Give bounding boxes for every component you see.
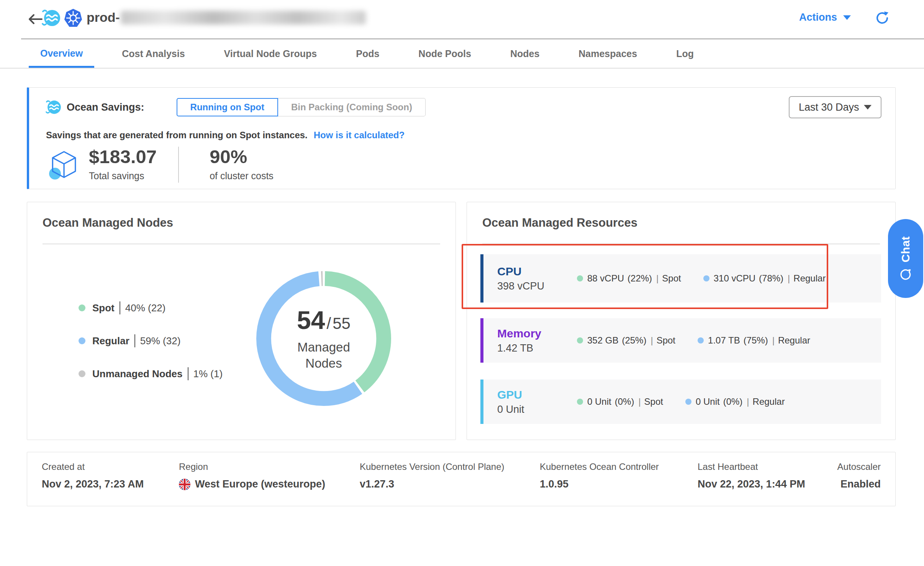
tab-overview[interactable]: Overview: [29, 39, 94, 68]
legend-item-spot: Spot 40% (22): [79, 301, 223, 315]
info-value: v1.27.3: [360, 478, 505, 490]
info-label: Kubernetes Version (Control Plane): [360, 461, 505, 472]
total-savings-value: $183.07: [89, 146, 157, 167]
tab-node-pools[interactable]: Node Pools: [407, 39, 483, 68]
memory-color-bar: [480, 318, 483, 363]
stat-value: 1.07 TB: [708, 335, 740, 346]
legend-item-regular: Regular 59% (32): [79, 334, 223, 348]
cpu-regular-stat: 310 vCPU (78%) | Regular: [703, 273, 826, 284]
cluster-cost-pct-metric: 90% of cluster costs: [210, 146, 274, 182]
stat-pct: (78%): [759, 273, 783, 284]
page-header: prod- Actions: [0, 0, 924, 38]
savings-cube-icon: [47, 150, 80, 183]
how-calculated-link[interactable]: How is it calculated?: [314, 130, 405, 141]
savings-metrics-row: $183.07 Total savings 90% of cluster cos…: [47, 146, 274, 183]
spot-dot: [577, 337, 583, 344]
savings-description-row: Savings that are generated from running …: [46, 130, 405, 141]
savings-section-label: Ocean Savings:: [67, 101, 144, 113]
tabbar-divider: [0, 68, 924, 69]
refresh-icon: [875, 11, 890, 25]
nodes-legend: Spot 40% (22) Regular 59% (32) Unmanaged…: [79, 301, 223, 400]
ocean-managed-nodes-card: Ocean Managed Nodes Spot 40% (22) Regula…: [27, 202, 456, 440]
cluster-cost-pct-label: of cluster costs: [210, 170, 274, 182]
managed-count: 54: [297, 306, 325, 335]
managed-nodes-donut-chart: 54 / 55 Managed Nodes: [256, 271, 391, 406]
gpu-total: 0 Unit: [497, 404, 577, 416]
stat-value: 88 vCPU: [587, 273, 624, 284]
total-count-separator: /: [327, 314, 331, 333]
regular-dot: [703, 275, 709, 281]
tab-nodes[interactable]: Nodes: [499, 39, 551, 68]
cluster-cost-pct-value: 90%: [210, 146, 274, 167]
chevron-down-icon: [864, 105, 872, 110]
stat-value: 352 GB: [587, 335, 618, 346]
info-region: Region West Europe (westeurope): [179, 461, 325, 490]
legend-value: 1% (1): [193, 368, 223, 380]
gpu-color-bar: [480, 380, 483, 424]
tab-namespaces[interactable]: Namespaces: [567, 39, 649, 68]
back-button[interactable]: [28, 13, 43, 25]
stat-kind: Spot: [644, 396, 663, 407]
tab-cost-analysis[interactable]: Cost Analysis: [110, 39, 196, 68]
legend-value: 59% (32): [140, 335, 181, 347]
ocean-savings-icon: [45, 98, 61, 116]
info-label: Created at: [42, 461, 144, 472]
stat-kind: Regular: [793, 273, 826, 284]
info-label: Last Heartbeat: [698, 461, 805, 472]
stat-kind: Regular: [753, 396, 785, 407]
cpu-spot-stat: 88 vCPU (22%) | Spot: [577, 273, 681, 284]
managed-nodes-title: Ocean Managed Nodes: [43, 216, 173, 230]
period-dropdown[interactable]: Last 30 Days: [789, 96, 881, 118]
ocean-cluster-overview-page: prod- Actions Overview Cost Analysis Vir…: [0, 0, 924, 566]
chevron-down-icon: [843, 15, 851, 20]
total-savings-label: Total savings: [89, 170, 157, 182]
stat-pct: (0%): [615, 396, 634, 407]
card-divider: [43, 244, 440, 244]
resource-row-memory: Memory 1.42 TB 352 GB (25%) | Spot 1.07 …: [480, 318, 881, 363]
spot-dot: [577, 399, 583, 405]
chat-label: Chat: [899, 236, 912, 263]
chat-button[interactable]: Chat: [888, 219, 923, 298]
cluster-info-bar: Created at Nov 2, 2023, 7:23 AM Region W…: [27, 452, 896, 506]
savings-description: Savings that are generated from running …: [46, 130, 308, 141]
actions-button[interactable]: Actions: [799, 11, 851, 23]
donut-center-text: 54 / 55 Managed Nodes: [256, 271, 391, 406]
info-label: Kubernetes Ocean Controller: [540, 461, 659, 472]
regular-dot: [685, 399, 691, 405]
spot-legend-dot: [79, 304, 85, 311]
running-on-spot-toggle[interactable]: Running on Spot: [177, 98, 278, 116]
bin-packing-toggle[interactable]: Bin Packing (Coming Soon): [278, 98, 426, 116]
legend-separator: [134, 334, 135, 347]
stat-pct: (22%): [627, 273, 652, 284]
tab-pods[interactable]: Pods: [344, 39, 391, 68]
info-kubernetes-version: Kubernetes Version (Control Plane) v1.27…: [360, 461, 505, 490]
info-value: Nov 22, 2023, 1:44 PM: [698, 478, 805, 490]
stat-kind: Spot: [662, 273, 681, 284]
stat-pipe: |: [650, 335, 653, 346]
legend-separator: [188, 367, 188, 380]
refresh-button[interactable]: [875, 11, 890, 25]
stat-value: 0 Unit: [696, 396, 720, 407]
stat-pct: (0%): [723, 396, 743, 407]
stat-kind: Spot: [657, 335, 675, 346]
tab-virtual-node-groups[interactable]: Virtual Node Groups: [213, 39, 329, 68]
chat-bubble-icon: [899, 268, 912, 281]
resource-row-cpu: CPU 398 vCPU 88 vCPU (22%) | Spot 310 vC…: [480, 254, 881, 303]
stat-pipe: |: [638, 396, 641, 407]
donut-center-label: Managed Nodes: [283, 339, 365, 371]
info-value: 1.0.95: [540, 478, 659, 490]
cluster-name-prefix: prod-: [87, 10, 120, 25]
card-divider: [482, 244, 880, 244]
ocean-logo-icon: [41, 7, 61, 29]
stat-value: 310 vCPU: [714, 273, 755, 284]
managed-resources-title: Ocean Managed Resources: [482, 216, 637, 230]
tab-log[interactable]: Log: [665, 39, 705, 68]
memory-spot-stat: 352 GB (25%) | Spot: [577, 335, 675, 346]
stat-value: 0 Unit: [587, 396, 611, 407]
savings-header-row: Ocean Savings: Running on Spot Bin Packi…: [45, 96, 881, 118]
metric-divider: [178, 147, 179, 183]
legend-label: Spot: [92, 302, 115, 314]
actions-label: Actions: [799, 11, 837, 23]
savings-toggle-group: Running on Spot Bin Packing (Coming Soon…: [177, 98, 426, 116]
info-value: Enabled: [837, 478, 881, 490]
